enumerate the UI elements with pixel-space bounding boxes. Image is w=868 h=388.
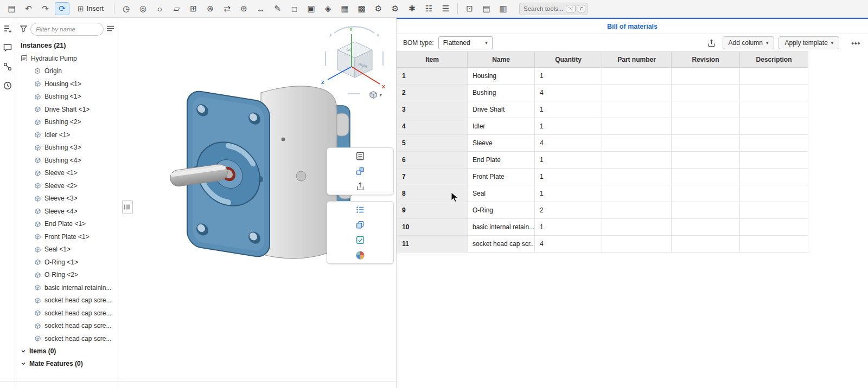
tree-item[interactable]: basic internal retainin... [15,281,118,294]
bom-cell[interactable]: Drive Shaft [468,101,535,118]
bom-row[interactable]: 10basic internal retain...1 [397,219,868,236]
view-cube[interactable]: Top Right Y Z X [318,19,388,100]
bom-cell[interactable] [602,219,672,236]
list-view-icon[interactable]: ☰ [438,2,453,15]
bom-item-cell[interactable]: 9 [397,202,468,219]
comb-icon[interactable]: ☷ [422,2,436,15]
bom-cell[interactable] [672,236,740,253]
bom-cell[interactable]: 1 [535,101,602,118]
bom-row[interactable]: 1Housing1 [397,68,868,85]
bom-cell[interactable] [602,236,672,253]
tree-item[interactable]: Drive Shaft <1> [15,103,118,116]
bom-cell[interactable] [672,118,740,135]
linear-pattern-icon[interactable]: ⊞ [186,2,201,15]
bom-cell[interactable] [602,118,672,135]
configurations-icon[interactable]: ⚙ [371,2,386,15]
appearance-icon[interactable]: ✱ [405,2,419,15]
tree-item[interactable]: End Plate <1> [15,218,118,231]
checklist-icon[interactable] [354,234,366,246]
apply-template-button[interactable]: Apply template ▾ [778,36,839,49]
bom-cell[interactable]: Idler [468,118,535,135]
circular-pattern-icon[interactable]: ⊛ [203,2,218,15]
bom-item-cell[interactable]: 5 [397,135,468,152]
tree-item[interactable]: Hydraulic Pump [15,52,118,65]
bom-item-cell[interactable]: 11 [397,236,468,253]
tree-item[interactable]: Sleeve <2> [15,179,118,192]
structure-list-icon[interactable] [354,204,366,216]
tree-item[interactable]: socket head cap scre... [15,320,118,333]
3d-viewport[interactable]: Top Right Y Z X ▾ [119,18,397,388]
tree-item[interactable]: socket head cap scre... [15,307,118,320]
bom-cell[interactable]: 1 [535,68,602,85]
bom-cell[interactable]: 2 [535,202,602,219]
bom-cell[interactable]: 1 [535,219,602,236]
planar-mate-icon[interactable]: ▱ [169,2,184,15]
named-views-icon[interactable]: ▦ [337,2,352,15]
bom-column-header[interactable]: Name [468,51,535,68]
bom-cell[interactable] [672,169,740,185]
bom-cell[interactable] [672,202,740,219]
tree-item[interactable]: Sleeve <4> [15,205,118,218]
bom-cell[interactable] [740,219,808,236]
bom-cell[interactable] [602,68,672,85]
bom-cell[interactable]: 1 [535,185,602,202]
bom-cell[interactable] [672,68,740,85]
undo-icon[interactable]: ↶ [21,2,36,15]
bom-cell[interactable] [602,135,672,152]
bom-row[interactable]: 2Bushing4 [397,85,868,101]
bom-row[interactable]: 4Idler1 [397,118,868,135]
bom-cell[interactable]: 4 [535,236,602,253]
redo-icon[interactable]: ↷ [38,2,53,15]
export-bom-icon[interactable] [705,36,718,49]
tree-item[interactable]: socket head cap scre... [15,294,118,307]
view-options-button[interactable]: ▾ [369,90,382,99]
bom-cell[interactable] [602,185,672,202]
items-section-header[interactable]: Items (0) [15,345,118,358]
comments-icon[interactable] [2,42,13,53]
bom-cell[interactable] [602,202,672,219]
bom-cell[interactable] [672,219,740,236]
exploded-view-icon[interactable]: ◈ [321,2,335,15]
bom-column-header[interactable]: Revision [672,51,740,68]
bom-cell[interactable] [602,101,672,118]
document-panel-icon[interactable]: ▤ [4,2,19,15]
bom-item-cell[interactable]: 3 [397,101,468,118]
bom-item-cell[interactable]: 7 [397,169,468,185]
mate-icon[interactable]: ◷ [119,2,133,15]
measure-icon[interactable]: ↔ [253,2,268,15]
revolute-mate-icon[interactable]: ○ [152,2,167,15]
bom-row[interactable]: 9O-Ring2 [397,202,868,219]
bom-cell[interactable] [740,202,808,219]
bom-cell[interactable]: Seal [468,185,535,202]
bom-cell[interactable] [672,152,740,169]
display-options-icon[interactable]: ▩ [354,2,369,15]
bom-panel-icon[interactable] [354,150,366,162]
bom-cell[interactable]: O-Ring [468,202,535,219]
export-panel-icon[interactable] [354,180,366,192]
sync-icon[interactable]: ⟳ [55,2,69,15]
tree-item[interactable]: Front Plate <1> [15,230,118,243]
bom-cell[interactable] [740,169,808,185]
bom-cell[interactable] [740,85,808,101]
mate-features-section-header[interactable]: Mate Features (0) [15,358,118,370]
history-icon[interactable] [2,80,13,91]
tree-item[interactable]: Bushing <3> [15,141,118,154]
tree-item[interactable]: Bushing <1> [15,90,118,104]
panel-collapse-handle[interactable] [122,200,133,214]
insert-part-icon[interactable]: ▣ [304,2,318,15]
bom-column-header[interactable]: Description [740,51,808,68]
bom-item-cell[interactable]: 2 [397,85,468,101]
tree-item[interactable]: Bushing <2> [15,116,118,129]
bom-cell[interactable]: 1 [535,118,602,135]
bom-cell[interactable] [602,169,672,185]
bom-column-header[interactable]: Part number [602,51,672,68]
annotation-icon[interactable]: ▤ [479,2,494,15]
overflow-menu-button[interactable]: ••• [851,39,860,47]
tree-item[interactable]: Sleeve <3> [15,192,118,205]
bom-cell[interactable] [740,236,808,253]
tree-item[interactable]: Seal <1> [15,243,118,256]
bom-column-header[interactable]: Quantity [535,51,602,68]
bom-row[interactable]: 11socket head cap scr...4 [397,236,868,253]
bom-cell[interactable] [740,152,808,169]
assembly-instances-icon[interactable] [354,165,366,177]
